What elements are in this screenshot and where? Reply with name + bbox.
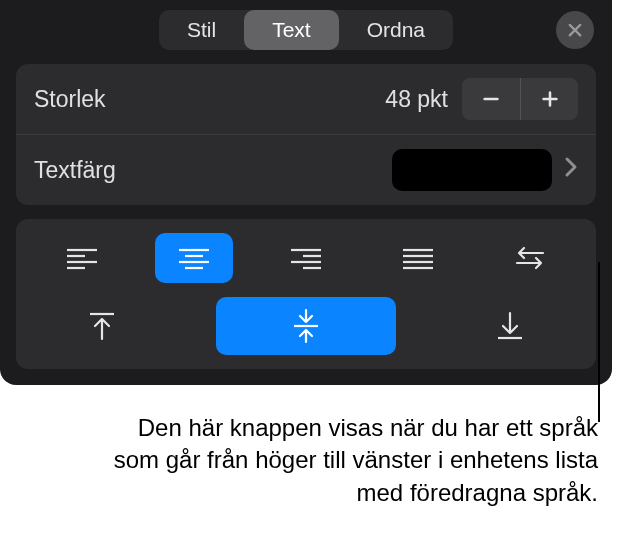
align-top-button[interactable] (63, 301, 141, 351)
text-color-row[interactable]: Textfärg (16, 134, 596, 205)
align-bottom-button[interactable] (471, 301, 549, 351)
align-justify-button[interactable] (379, 233, 457, 283)
text-settings-section: Storlek 48 pkt Textfärg (16, 64, 596, 205)
horizontal-alignment-row (26, 233, 586, 283)
size-stepper (462, 78, 578, 120)
decrease-size-button[interactable] (462, 78, 520, 120)
close-button[interactable] (556, 11, 594, 49)
align-center-icon (177, 246, 211, 270)
text-color-label: Textfärg (34, 157, 392, 184)
align-right-button[interactable] (267, 233, 345, 283)
top-bar: Stil Text Ordna (0, 0, 612, 64)
increase-size-button[interactable] (520, 78, 578, 120)
alignment-section (16, 219, 596, 369)
callout-text: Den här knappen visas när du har ett spr… (100, 412, 598, 509)
text-color-swatch[interactable] (392, 149, 552, 191)
size-row: Storlek 48 pkt (16, 64, 596, 134)
close-icon (566, 21, 584, 39)
callout-line (598, 262, 600, 422)
align-right-icon (289, 246, 323, 270)
tab-stil[interactable]: Stil (159, 10, 244, 50)
size-value: 48 pkt (385, 86, 448, 113)
tab-ordna[interactable]: Ordna (339, 10, 453, 50)
align-bottom-icon (496, 311, 524, 341)
plus-icon (539, 88, 561, 110)
align-center-button[interactable] (155, 233, 233, 283)
size-label: Storlek (34, 86, 385, 113)
format-panel: Stil Text Ordna Storlek 48 pkt Textfärg (0, 0, 612, 385)
minus-icon (480, 88, 502, 110)
align-middle-button[interactable] (216, 297, 396, 355)
text-direction-button[interactable] (491, 233, 569, 283)
align-justify-icon (401, 246, 435, 270)
text-direction-icon (513, 245, 547, 271)
chevron-right-icon (564, 156, 578, 184)
align-left-icon (65, 246, 99, 270)
align-left-button[interactable] (43, 233, 121, 283)
align-middle-icon (291, 308, 321, 344)
vertical-alignment-row (26, 297, 586, 355)
segment-control: Stil Text Ordna (159, 10, 453, 50)
align-top-icon (88, 311, 116, 341)
tab-text[interactable]: Text (244, 10, 339, 50)
